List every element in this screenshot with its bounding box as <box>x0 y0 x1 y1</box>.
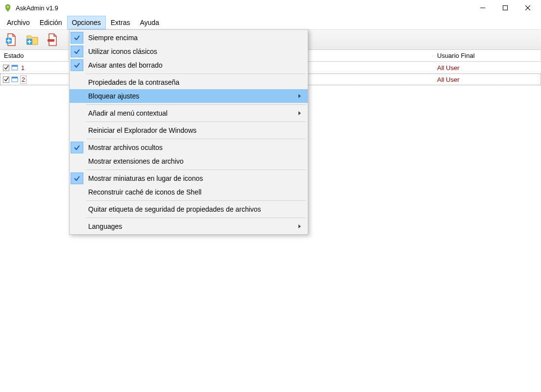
page-icon <box>11 64 18 71</box>
svg-point-0 <box>7 6 9 8</box>
menu-separator <box>86 139 306 139</box>
page-icon <box>11 76 18 83</box>
menu-item[interactable]: Avisar antes del borrado <box>70 58 308 72</box>
close-button[interactable] <box>516 0 539 16</box>
menu-item-label: Reiniciar el Explorador de Windows <box>84 126 296 134</box>
menu-item-label: Languages <box>84 222 296 230</box>
menu-item-label: Siempre encima <box>84 34 296 42</box>
menu-separator <box>86 74 306 74</box>
menu-item[interactable]: Languages <box>70 220 308 233</box>
menu-item-label: Quitar etiqueta de seguridad de propieda… <box>84 205 296 213</box>
app-icon <box>4 4 12 12</box>
menu-gutter <box>70 123 84 137</box>
menubar: Archivo Edición Opciones Extras Ayuda <box>0 16 541 29</box>
menu-item-label: Avisar antes del borrado <box>84 61 296 69</box>
check-icon <box>71 172 83 184</box>
menu-gutter <box>70 185 84 199</box>
svg-rect-13 <box>12 65 18 67</box>
row-user: All User <box>433 64 541 72</box>
row-number: 1 <box>20 64 25 72</box>
titlebar: AskAdmin v1.9 <box>0 0 541 16</box>
minimize-button[interactable] <box>471 0 494 16</box>
chevron-right-icon <box>296 223 304 230</box>
menu-item[interactable]: Bloquear ajustes <box>70 89 308 103</box>
menu-separator <box>86 200 306 201</box>
menu-gutter <box>70 220 84 233</box>
check-icon <box>71 32 83 44</box>
menu-gutter <box>70 154 84 168</box>
menu-item-label: Mostrar extensiones de archivo <box>84 157 296 165</box>
menu-edicion[interactable]: Edición <box>35 16 67 29</box>
row-user: All User <box>433 76 541 83</box>
menu-separator <box>86 122 306 122</box>
menu-separator <box>86 104 306 105</box>
menu-item-label: Utilizar iconos clásicos <box>84 48 296 55</box>
add-folder-button[interactable] <box>24 31 41 49</box>
row-checkbox[interactable] <box>3 76 9 83</box>
remove-button[interactable] <box>44 31 62 49</box>
menu-item-label: Mostrar archivos ocultos <box>84 144 296 151</box>
menu-item-label: Bloquear ajustes <box>84 92 296 100</box>
menu-item[interactable]: Propiedades de la contraseña <box>70 75 308 89</box>
menu-gutter <box>70 106 84 120</box>
menu-opciones[interactable]: Opciones <box>67 16 106 29</box>
menu-item[interactable]: Mostrar miniaturas en lugar de iconos <box>70 172 308 185</box>
menu-archivo[interactable]: Archivo <box>2 16 35 29</box>
col-header-usuario[interactable]: Usuario Final <box>433 51 541 60</box>
check-icon <box>71 46 83 57</box>
chevron-right-icon <box>296 110 304 117</box>
menu-item-label: Propiedades de la contraseña <box>84 78 296 86</box>
svg-rect-11 <box>48 39 54 42</box>
menu-item[interactable]: Mostrar extensiones de archivo <box>70 154 308 168</box>
menu-extras[interactable]: Extras <box>106 16 135 29</box>
menu-ayuda[interactable]: Ayuda <box>135 16 164 29</box>
menu-item-label: Añadir al menú contextual <box>84 109 296 117</box>
check-icon <box>71 142 83 153</box>
chevron-right-icon <box>296 93 304 100</box>
menu-separator <box>86 218 306 218</box>
menu-gutter <box>70 75 84 89</box>
opciones-dropdown: Siempre encimaUtilizar iconos clásicosAv… <box>69 29 308 235</box>
menu-item[interactable]: Mostrar archivos ocultos <box>70 141 308 154</box>
row-number: 2 <box>20 75 26 84</box>
menu-item[interactable]: Reiniciar el Explorador de Windows <box>70 123 308 137</box>
menu-item-label: Reconstruir caché de iconos de Shell <box>84 188 296 196</box>
menu-item[interactable]: Siempre encima <box>70 31 308 45</box>
menu-gutter <box>70 202 84 216</box>
window-title: AskAdmin v1.9 <box>16 4 58 12</box>
menu-item[interactable]: Quitar etiqueta de seguridad de propieda… <box>70 202 308 216</box>
add-file-button[interactable] <box>3 31 21 49</box>
menu-gutter <box>70 89 84 103</box>
svg-rect-2 <box>503 6 508 10</box>
check-icon <box>71 59 83 71</box>
menu-item[interactable]: Añadir al menú contextual <box>70 106 308 120</box>
row-checkbox[interactable] <box>3 65 9 71</box>
maximize-button[interactable] <box>494 0 516 16</box>
menu-separator <box>86 170 306 170</box>
menu-item[interactable]: Utilizar iconos clásicos <box>70 45 308 58</box>
col-header-estado[interactable]: Estado <box>0 51 69 60</box>
svg-rect-15 <box>12 77 18 78</box>
menu-item-label: Mostrar miniaturas en lugar de iconos <box>84 174 296 182</box>
menu-item[interactable]: Reconstruir caché de iconos de Shell <box>70 185 308 199</box>
